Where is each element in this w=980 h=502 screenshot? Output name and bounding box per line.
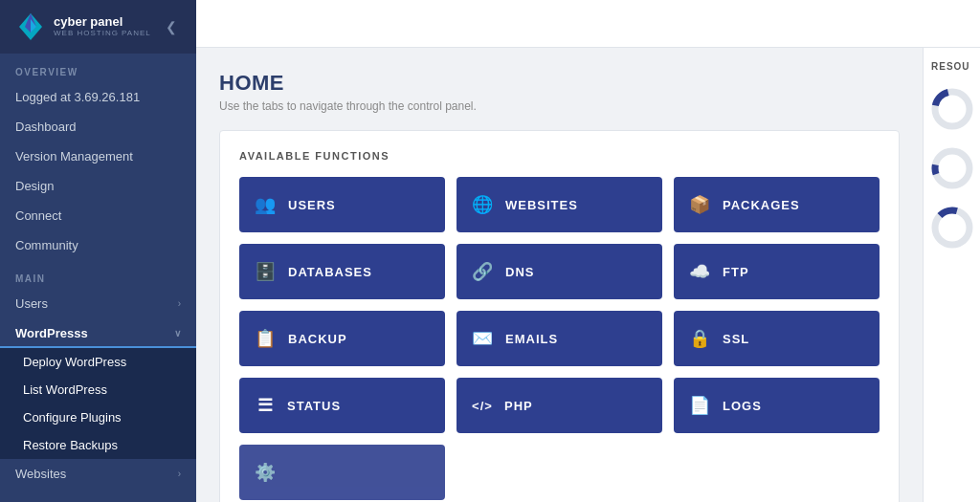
func-btn-packages[interactable]: 📦 PACKAGES (674, 177, 880, 232)
logo-cyberpanel: cyber panel (54, 15, 151, 29)
sidebar-item-version-management[interactable]: Version Management (0, 142, 196, 171)
func-btn-databases[interactable]: 🗄️ DATABASES (239, 244, 445, 299)
func-label-backup: BACKUP (288, 332, 347, 346)
page-subtitle: Use the tabs to navigate through the con… (219, 99, 900, 113)
func-label-ftp: FTP (723, 265, 749, 279)
section-label-overview: OVERVIEW (0, 54, 196, 82)
sidebar-item-configure-plugins[interactable]: Configure Plugins (0, 404, 196, 431)
topbar (196, 0, 980, 48)
sidebar-item-design[interactable]: Design (0, 171, 196, 201)
functions-title: AVAILABLE FUNCTIONS (239, 150, 880, 162)
ssl-icon: 🔒 (689, 328, 711, 349)
resource-chart-1 (924, 79, 980, 139)
func-label-websites: WEBSITES (505, 198, 578, 212)
sidebar-item-logged-at: Logged at 3.69.26.181 (0, 82, 196, 112)
sidebar-item-wordpresss[interactable]: WordPresss ∨ (0, 318, 196, 348)
status-icon: ☰ (255, 395, 276, 416)
resource-chart-3 (924, 198, 980, 257)
chevron-right-icon: › (178, 298, 181, 309)
logs-icon: 📄 (689, 395, 711, 416)
logo-area: cyber panel WEB HOSTING PANEL (15, 11, 151, 42)
sidebar-item-community[interactable]: Community (0, 230, 196, 260)
func-label-dns: DNS (505, 265, 534, 279)
func-label-packages: PACKAGES (723, 198, 800, 212)
main-content: HOME Use the tabs to navigate through th… (196, 48, 923, 502)
func-btn-more[interactable]: ⚙️ (239, 445, 445, 500)
sidebar-header: cyber panel WEB HOSTING PANEL ❮ (0, 0, 196, 54)
page-title: HOME (219, 71, 900, 96)
websites-icon: 🌐 (472, 194, 494, 215)
php-icon: </> (472, 399, 493, 413)
donut-chart-2 (930, 146, 974, 190)
logo-subtitle: WEB HOSTING PANEL (54, 30, 151, 38)
users-icon: 👥 (255, 194, 277, 215)
sidebar-item-websites[interactable]: Websites › (0, 459, 196, 489)
func-label-emails: EMAILS (505, 332, 558, 346)
functions-grid: 👥 USERS 🌐 WEBSITES 📦 PACKAGES 🗄️ DATABAS… (239, 177, 880, 500)
logo-text: cyber panel WEB HOSTING PANEL (54, 15, 151, 37)
chevron-right-icon-websites: › (178, 469, 181, 479)
func-btn-ftp[interactable]: ☁️ FTP (674, 244, 880, 299)
content-area: HOME Use the tabs to navigate through th… (196, 48, 980, 502)
func-label-databases: DATABASES (288, 265, 372, 279)
func-label-php: PHP (504, 399, 533, 413)
func-label-users: USERS (288, 198, 336, 212)
collapse-sidebar-button[interactable]: ❮ (162, 17, 181, 36)
donut-chart-3 (930, 206, 974, 250)
sidebar-item-connect[interactable]: Connect (0, 201, 196, 230)
backup-icon: 📋 (255, 328, 277, 349)
sidebar-item-dashboard[interactable]: Dashboard (0, 112, 196, 142)
emails-icon: ✉️ (472, 328, 494, 349)
donut-chart-1 (930, 87, 974, 131)
more-icon: ⚙️ (255, 462, 277, 483)
func-btn-logs[interactable]: 📄 LOGS (674, 378, 880, 433)
packages-icon: 📦 (689, 194, 711, 215)
resource-chart-2 (924, 139, 980, 198)
sidebar-item-deploy-wordpress[interactable]: Deploy WordPress (0, 348, 196, 376)
func-btn-emails[interactable]: ✉️ EMAILS (457, 311, 662, 366)
sidebar-item-users[interactable]: Users › (0, 289, 196, 318)
right-panel: RESOU (923, 48, 980, 502)
section-label-main: MAIN (0, 260, 196, 289)
func-btn-backup[interactable]: 📋 BACKUP (239, 311, 445, 366)
sidebar-item-list-wordpress[interactable]: List WordPress (0, 376, 196, 404)
func-btn-ssl[interactable]: 🔒 SSL (674, 311, 880, 366)
right-panel-title: RESOU (924, 48, 980, 79)
dns-icon: 🔗 (472, 261, 494, 282)
svg-point-5 (935, 151, 969, 186)
databases-icon: 🗄️ (255, 261, 277, 282)
sidebar-item-restore-backups[interactable]: Restore Backups (0, 431, 196, 459)
ftp-icon: ☁️ (689, 261, 711, 282)
func-btn-websites[interactable]: 🌐 WEBSITES (457, 177, 662, 232)
sidebar: cyber panel WEB HOSTING PANEL ❮ OVERVIEW… (0, 0, 196, 502)
functions-panel: AVAILABLE FUNCTIONS 👥 USERS 🌐 WEBSITES 📦… (219, 130, 900, 502)
func-label-status: STATUS (287, 399, 341, 413)
func-btn-php[interactable]: </> PHP (457, 378, 662, 433)
main-area: HOME Use the tabs to navigate through th… (196, 0, 980, 502)
func-label-logs: LOGS (723, 399, 762, 413)
func-btn-dns[interactable]: 🔗 DNS (457, 244, 662, 299)
chevron-down-icon: ∨ (174, 328, 181, 338)
func-btn-status[interactable]: ☰ STATUS (239, 378, 445, 433)
logo-icon (15, 11, 46, 42)
func-label-ssl: SSL (723, 332, 749, 346)
func-btn-users[interactable]: 👥 USERS (239, 177, 445, 232)
